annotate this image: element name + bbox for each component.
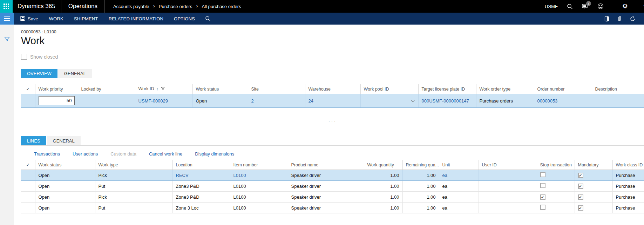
hamburger-menu-button[interactable] xyxy=(0,13,14,25)
select-all-checkmark[interactable]: ✓ xyxy=(21,84,35,94)
smiley-feedback-icon[interactable] xyxy=(597,3,604,9)
site-link[interactable]: 2 xyxy=(251,98,254,104)
tab-lines-general[interactable]: GENERAL xyxy=(47,136,81,145)
col-location[interactable]: Location xyxy=(172,160,230,170)
search-icon[interactable] xyxy=(567,4,573,9)
work-header-row[interactable]: 50 USMF-000029 Open 2 24 000USMF-0000000… xyxy=(21,94,644,108)
work-line-row[interactable]: Open Put Zone 3 Loc L0100 Speaker driver… xyxy=(21,203,644,213)
warehouse-cell: 24 xyxy=(305,94,360,108)
col-work-type[interactable]: Work type xyxy=(95,160,172,170)
cancel-work-line-button[interactable]: Cancel work line xyxy=(149,151,182,157)
line-stop-transaction-cell xyxy=(537,170,575,181)
mandatory-checkbox[interactable] xyxy=(578,173,583,178)
col-target-license-plate-id[interactable]: Target license plate ID xyxy=(418,84,476,94)
waffle-menu-button[interactable] xyxy=(0,0,13,13)
col-line-work-status[interactable]: Work status xyxy=(35,160,95,170)
work-priority-input[interactable]: 50 xyxy=(39,96,75,105)
stop-transaction-checkbox[interactable] xyxy=(540,205,545,210)
col-locked-by[interactable]: Locked by xyxy=(78,84,135,94)
col-work-pool-id[interactable]: Work pool ID xyxy=(360,84,418,94)
stop-transaction-checkbox[interactable] xyxy=(540,172,545,177)
mandatory-checkbox[interactable] xyxy=(578,194,583,200)
work-priority-cell: 50 xyxy=(35,94,78,108)
stop-transaction-checkbox[interactable] xyxy=(540,183,545,188)
col-work-quantity[interactable]: Work quantity xyxy=(364,160,402,170)
lines-select-all-checkmark[interactable]: ✓ xyxy=(21,160,35,170)
breadcrumb-item-all-purchase-orders[interactable]: All purchase orders xyxy=(202,4,241,9)
col-stop-transaction[interactable]: Stop transaction xyxy=(537,160,575,170)
work-line-row[interactable]: Open Put Zone3 P&D L0100 Speaker driver … xyxy=(21,181,644,192)
user-actions-button[interactable]: User actions xyxy=(73,151,98,157)
office-panel-icon[interactable] xyxy=(604,16,609,22)
line-work-type-cell: Pick xyxy=(95,192,172,203)
line-unit-cell: ea xyxy=(439,170,479,181)
breadcrumb-item-accounts-payable[interactable]: Accounts payable xyxy=(113,4,149,9)
row-select-cell[interactable] xyxy=(21,192,35,203)
line-work-status-cell: Open xyxy=(35,203,95,213)
feedback-icon[interactable]: 2 xyxy=(582,4,588,9)
col-work-class-id[interactable]: Work class ID xyxy=(612,160,644,170)
company-picker[interactable]: USMF xyxy=(545,4,558,9)
target-license-plate-link[interactable]: 000USMF-0000000147 xyxy=(422,98,469,104)
col-site[interactable]: Site xyxy=(248,84,305,94)
row-select-cell[interactable] xyxy=(21,94,35,108)
col-warehouse[interactable]: Warehouse xyxy=(305,84,360,94)
col-work-status[interactable]: Work status xyxy=(192,84,248,94)
refresh-icon[interactable] xyxy=(630,16,636,22)
col-work-id[interactable]: Work ID↑ xyxy=(135,84,192,94)
col-work-order-type[interactable]: Work order type xyxy=(476,84,534,94)
col-remaining-quantity[interactable]: Remaining qua... xyxy=(402,160,439,170)
waffle-icon xyxy=(4,4,9,9)
description-cell xyxy=(592,94,644,108)
col-order-number[interactable]: Order number xyxy=(534,84,592,94)
tab-overview[interactable]: OVERVIEW xyxy=(21,69,57,78)
warehouse-link[interactable]: 24 xyxy=(309,98,313,104)
overview-header-row: ✓ Work priority Locked by Work ID↑ Work … xyxy=(21,84,644,94)
row-select-cell[interactable] xyxy=(21,170,35,181)
menu-options[interactable]: OPTIONS xyxy=(169,16,200,21)
row-select-cell[interactable] xyxy=(21,181,35,192)
col-user-id[interactable]: User ID xyxy=(479,160,537,170)
display-dimensions-button[interactable]: Display dimensions xyxy=(195,151,234,157)
line-work-quantity-cell: 1.00 xyxy=(364,192,402,203)
menu-work[interactable]: WORK xyxy=(44,16,69,21)
line-user-id-cell xyxy=(479,203,537,213)
col-description[interactable]: Description xyxy=(592,84,644,94)
location-link[interactable]: RECV xyxy=(176,173,189,178)
settings-gear-icon[interactable]: ⚙ xyxy=(622,3,628,9)
breadcrumb-item-purchase-orders[interactable]: Purchase orders xyxy=(159,4,192,9)
save-button[interactable]: Save xyxy=(14,16,44,21)
top-navigation-bar: Dynamics 365 Operations Accounts payable… xyxy=(0,0,644,13)
work-line-row[interactable]: Open Pick RECV L0100 Speaker driver 1.00… xyxy=(21,170,644,181)
col-product-name[interactable]: Product name xyxy=(288,160,364,170)
tab-lines[interactable]: LINES xyxy=(21,136,46,145)
save-icon xyxy=(20,16,25,21)
order-number-link[interactable]: 00000053 xyxy=(537,98,558,104)
unit-link[interactable]: ea xyxy=(442,173,447,178)
target-license-plate-cell: 000USMF-0000000147 xyxy=(418,94,476,108)
line-location-cell: Zone3 P&D xyxy=(172,192,230,203)
chevron-right-icon: › xyxy=(153,3,155,9)
row-select-cell[interactable] xyxy=(21,203,35,213)
transactions-button[interactable]: Transactions xyxy=(34,151,60,157)
attachments-paperclip-icon[interactable] xyxy=(617,15,622,22)
menu-shipment[interactable]: SHIPMENT xyxy=(69,16,103,21)
work-id-link[interactable]: USMF-000029 xyxy=(138,98,168,104)
show-closed-checkbox[interactable] xyxy=(21,54,27,60)
tab-overview-general[interactable]: GENERAL xyxy=(58,69,92,78)
menu-related-information[interactable]: RELATED INFORMATION xyxy=(103,16,169,21)
col-unit[interactable]: Unit xyxy=(439,160,479,170)
section-splitter-handle[interactable]: ··· xyxy=(21,118,644,124)
mandatory-checkbox[interactable] xyxy=(578,205,583,211)
mandatory-checkbox[interactable] xyxy=(578,184,583,189)
col-mandatory[interactable]: Mandatory xyxy=(575,160,612,170)
col-work-priority[interactable]: Work priority xyxy=(35,84,78,94)
item-number-link[interactable]: L0100 xyxy=(233,173,246,178)
work-line-row[interactable]: Open Pick Zone3 P&D L0100 Speaker driver… xyxy=(21,192,644,203)
command-search-icon[interactable] xyxy=(200,16,216,21)
filter-funnel-icon[interactable] xyxy=(4,36,10,43)
work-pool-dropdown[interactable] xyxy=(364,96,415,105)
chevron-right-icon: › xyxy=(196,3,198,9)
col-item-number[interactable]: Item number xyxy=(230,160,288,170)
stop-transaction-checkbox[interactable] xyxy=(540,194,545,200)
